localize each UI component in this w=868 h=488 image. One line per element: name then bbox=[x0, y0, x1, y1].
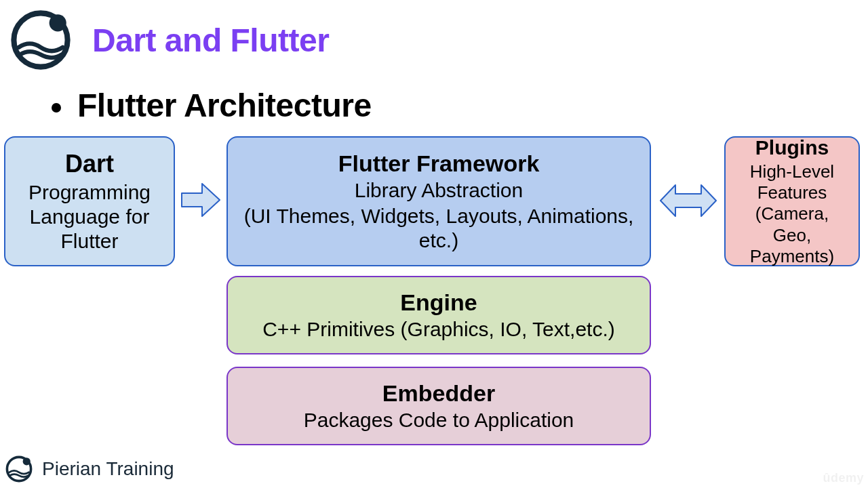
embedder-box: Embedder Packages Code to Application bbox=[226, 367, 651, 445]
watermark: ûdemy bbox=[823, 471, 864, 485]
embedder-body: Packages Code to Application bbox=[304, 407, 574, 432]
architecture-diagram: Dart Programming Language for Flutter Fl… bbox=[0, 136, 868, 448]
arrow-right-icon bbox=[180, 181, 221, 219]
heading-row: Flutter Architecture bbox=[52, 87, 868, 124]
engine-title: Engine bbox=[400, 289, 477, 317]
engine-body: C++ Primitives (Graphics, IO, Text,etc.) bbox=[262, 316, 615, 342]
slide-header: Dart and Flutter bbox=[0, 0, 868, 70]
engine-box: Engine C++ Primitives (Graphics, IO, Tex… bbox=[226, 276, 651, 354]
plugins-body: High-Level Features (Camera, Geo, Paymen… bbox=[735, 160, 849, 267]
footer: Pierian Training bbox=[4, 455, 174, 483]
bullet-icon bbox=[52, 103, 61, 113]
section-heading: Flutter Architecture bbox=[77, 87, 372, 124]
dart-box: Dart Programming Language for Flutter bbox=[4, 136, 175, 266]
dart-body: Programming Language for Flutter bbox=[15, 179, 164, 253]
pierian-logo-icon bbox=[8, 9, 73, 70]
framework-title: Flutter Framework bbox=[338, 150, 540, 178]
embedder-title: Embedder bbox=[382, 380, 495, 407]
slide-title: Dart and Flutter bbox=[92, 22, 329, 59]
plugins-title: Plugins bbox=[755, 136, 829, 160]
framework-line2: (UI Themes, Widgets, Layouts, Animations… bbox=[237, 203, 640, 253]
footer-text: Pierian Training bbox=[42, 458, 174, 480]
svg-point-3 bbox=[23, 458, 31, 465]
framework-line1: Library Abstraction bbox=[355, 177, 523, 203]
pierian-logo-small-icon bbox=[4, 455, 34, 483]
framework-box: Flutter Framework Library Abstraction (U… bbox=[226, 136, 651, 266]
dart-title: Dart bbox=[65, 149, 114, 178]
arrow-double-icon bbox=[659, 182, 717, 219]
svg-point-1 bbox=[50, 14, 66, 31]
plugins-box: Plugins High-Level Features (Camera, Geo… bbox=[724, 136, 860, 266]
